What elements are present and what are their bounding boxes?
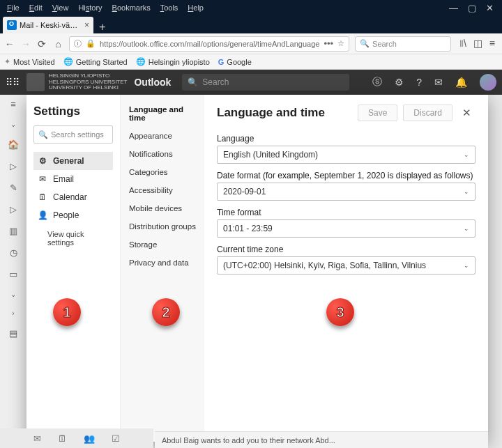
- timezone-select[interactable]: (UTC+02:00) Helsinki, Kyiv, Riga, Sofia,…: [217, 256, 476, 275]
- home-button[interactable]: ⌂: [53, 38, 63, 49]
- close-panel-icon[interactable]: ✕: [458, 107, 476, 119]
- menu-file[interactable]: File: [3, 2, 24, 13]
- bookmark-star-icon[interactable]: ☆: [337, 39, 344, 48]
- people-module-icon[interactable]: 👥: [84, 433, 95, 444]
- mail-module-icon[interactable]: ✉: [33, 433, 41, 444]
- menu-view[interactable]: View: [48, 2, 73, 13]
- window-controls: — ▢ ✕: [449, 3, 499, 13]
- browser-search[interactable]: 🔍 Search: [355, 36, 451, 52]
- chevron-down-icon: ⌄: [464, 151, 469, 158]
- chevron-down-icon[interactable]: ⌄: [10, 291, 16, 298]
- new-tab-button[interactable]: +: [93, 21, 111, 33]
- address-bar[interactable]: i 🔒 https://outlook.office.com/mail/opti…: [69, 36, 349, 52]
- shield-icon: [26, 73, 45, 91]
- archive-icon[interactable]: ▥: [9, 226, 17, 236]
- annotation-badge-1: 1: [53, 298, 81, 326]
- sub-storage[interactable]: Storage: [121, 235, 204, 254]
- hamburger-icon[interactable]: ≡: [10, 99, 16, 109]
- search-placeholder: Search: [372, 40, 397, 48]
- mail-icon: ✉: [38, 174, 47, 184]
- discard-button[interactable]: Discard: [403, 105, 452, 121]
- chat-icon[interactable]: ✉: [434, 77, 443, 88]
- library-icon[interactable]: ⫴\: [459, 38, 466, 49]
- time-format-select[interactable]: 01:01 - 23:59⌄: [217, 219, 476, 238]
- bookmark-google[interactable]: GGoogle: [218, 58, 252, 66]
- save-button[interactable]: Save: [358, 105, 397, 121]
- sent-icon[interactable]: ▷: [10, 204, 17, 215]
- tab-title: Mail - Keski-vääntö, Raimo - O: [20, 21, 82, 29]
- star-icon: ✦: [4, 57, 10, 66]
- notifications-bell-icon[interactable]: 🔔: [455, 77, 467, 88]
- avatar[interactable]: [480, 74, 496, 91]
- tasks-module-icon[interactable]: ☑: [112, 433, 120, 444]
- rss-icon[interactable]: ▤: [9, 328, 17, 339]
- globe-icon: 🌐: [136, 57, 146, 66]
- help-icon[interactable]: ?: [416, 77, 422, 88]
- sub-categories[interactable]: Categories: [121, 163, 204, 181]
- menu-bookmarks[interactable]: Bookmarks: [108, 2, 155, 13]
- bookmark-getting-started[interactable]: 🌐Getting Started: [63, 57, 128, 66]
- url-text: https://outlook.office.com/mail/options/…: [100, 40, 319, 48]
- date-format-select[interactable]: 2020-09-01⌄: [217, 183, 476, 201]
- maximize-button[interactable]: ▢: [468, 3, 476, 13]
- info-icon[interactable]: i: [74, 40, 82, 47]
- browser-tab[interactable]: Mail - Keski-vääntö, Raimo - O ×: [3, 17, 93, 33]
- menu-edit[interactable]: Edit: [25, 2, 47, 13]
- sub-notifications[interactable]: Notifications: [121, 145, 204, 163]
- sub-privacy-and-data[interactable]: Privacy and data: [121, 254, 204, 272]
- forward-button[interactable]: →: [20, 38, 31, 49]
- bookmark-helsinki[interactable]: 🌐Helsingin yliopisto: [136, 57, 210, 66]
- close-button[interactable]: ✕: [486, 3, 494, 13]
- menu-icon[interactable]: ≡: [489, 38, 495, 49]
- nav-email[interactable]: ✉Email: [33, 170, 113, 188]
- lock-icon: 🔒: [86, 39, 96, 48]
- settings-sub-column: Language and time Appearance Notificatio…: [121, 95, 204, 442]
- app-name[interactable]: Outlook: [134, 77, 171, 88]
- chevron-right-icon[interactable]: ›: [12, 309, 14, 317]
- chevron-down-icon[interactable]: ⌄: [10, 121, 16, 128]
- menu-help[interactable]: Help: [183, 2, 208, 13]
- nav-calendar[interactable]: 🗓Calendar: [33, 188, 113, 206]
- settings-nav-column: Settings 🔍 Search settings ⚙General ✉Ema…: [26, 95, 121, 442]
- bookmark-most-visited[interactable]: ✦Most Visited: [4, 57, 55, 66]
- minimize-button[interactable]: —: [449, 3, 458, 13]
- back-button[interactable]: ←: [4, 38, 15, 49]
- sub-mobile-devices[interactable]: Mobile devices: [121, 199, 204, 217]
- outlook-favicon-icon: [7, 20, 17, 30]
- settings-search[interactable]: 🔍 Search settings: [33, 125, 113, 144]
- drafts-icon[interactable]: ✎: [10, 183, 17, 193]
- language-select[interactable]: English (United Kingdom)⌄: [217, 146, 476, 164]
- settings-detail-panel: Language and time Save Discard ✕ Languag…: [204, 95, 488, 442]
- view-quick-settings[interactable]: View quick settings: [33, 224, 113, 247]
- people-icon: 👤: [38, 210, 47, 220]
- message-preview[interactable]: Abdul Baig wants to add you to their net…: [155, 431, 488, 448]
- menu-history[interactable]: History: [74, 2, 106, 13]
- chevron-down-icon: ⌄: [464, 262, 469, 269]
- outlook-search[interactable]: 🔍 Search: [182, 74, 349, 91]
- page-actions-icon[interactable]: •••: [324, 38, 333, 49]
- timezone-label: Current time zone: [217, 245, 476, 254]
- sent-icon[interactable]: ▷: [10, 161, 17, 171]
- settings-gear-icon[interactable]: ⚙: [395, 77, 404, 88]
- clock-icon[interactable]: ◷: [10, 247, 17, 258]
- sub-appearance[interactable]: Appearance: [121, 127, 204, 145]
- menu-tools[interactable]: Tools: [156, 2, 183, 13]
- nav-people[interactable]: 👤People: [33, 206, 113, 224]
- reload-button[interactable]: ⟳: [37, 38, 47, 49]
- tab-close-icon[interactable]: ×: [84, 20, 89, 30]
- annotation-badge-2: 2: [152, 298, 180, 326]
- sidebar-icon[interactable]: ◫: [473, 38, 482, 49]
- app-launcher-icon[interactable]: ⠿⠿: [6, 77, 20, 88]
- notes-icon[interactable]: ▭: [9, 269, 17, 279]
- sub-language-and-time[interactable]: Language and time: [121, 100, 204, 127]
- sub-accessibility[interactable]: Accessibility: [121, 181, 204, 199]
- module-switcher: ✉ 🗓 👥 ☑: [0, 428, 153, 448]
- browser-tabbar: Mail - Keski-vääntö, Raimo - O × +: [0, 15, 502, 33]
- chevron-down-icon: ⌄: [464, 188, 469, 195]
- nav-general[interactable]: ⚙General: [33, 152, 113, 170]
- calendar-module-icon[interactable]: 🗓: [58, 433, 67, 444]
- inbox-icon[interactable]: 🏠: [8, 139, 19, 150]
- sub-distribution-groups[interactable]: Distribution groups: [121, 217, 204, 235]
- mail-leftrail: ≡ ⌄ 🏠 ▷ ✎ ▷ ▥ ◷ ▭ ⌄ › ▤: [0, 95, 26, 448]
- skype-icon[interactable]: ⓢ: [372, 76, 382, 88]
